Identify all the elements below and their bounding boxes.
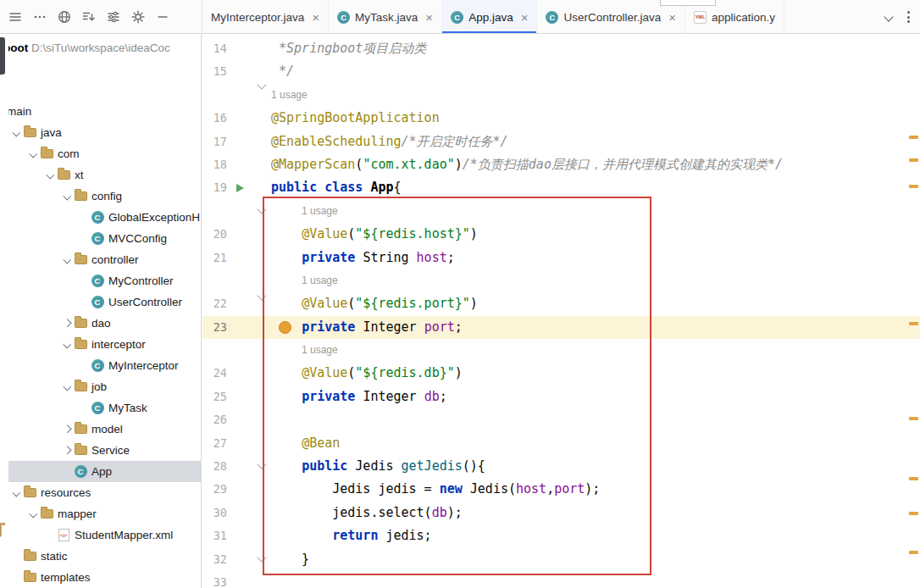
code-line-20[interactable]: 20 @Value("${redis.host}") bbox=[202, 223, 920, 246]
tab-myinterceptor-java[interactable]: MyInterceptor.java× bbox=[202, 0, 329, 33]
line-number[interactable]: 33 bbox=[213, 571, 227, 588]
code-line-17[interactable]: 17@EnableScheduling/*开启定时任务*/ bbox=[202, 130, 920, 153]
code-line-27[interactable]: 27 @Bean bbox=[202, 432, 920, 455]
line-number[interactable]: 17 bbox=[213, 130, 227, 153]
chevron-down-icon[interactable] bbox=[61, 257, 73, 263]
gutter[interactable] bbox=[202, 269, 271, 292]
chevron-right-icon[interactable] bbox=[61, 447, 73, 453]
gutter[interactable]: 27 bbox=[202, 432, 271, 455]
tree-item-java[interactable]: java bbox=[0, 122, 201, 143]
close-icon[interactable]: × bbox=[425, 11, 433, 24]
update-icon[interactable] bbox=[80, 8, 97, 25]
code-line-33[interactable]: 33 bbox=[202, 571, 920, 588]
tree-item-app[interactable]: CApp bbox=[0, 461, 201, 482]
tree-item-templates[interactable]: templates bbox=[0, 567, 201, 588]
gutter[interactable]: 24 bbox=[202, 362, 271, 385]
code-line-18[interactable]: 18@MapperScan("com.xt.dao")/*负责扫描dao层接口，… bbox=[202, 153, 920, 176]
code-line-14[interactable]: 14 *Springboot项目启动类 bbox=[202, 37, 920, 60]
breakpoint-icon[interactable] bbox=[279, 321, 291, 334]
tree-item-com[interactable]: com bbox=[0, 143, 201, 164]
line-number[interactable]: 26 bbox=[213, 408, 227, 431]
gutter[interactable]: 19 bbox=[202, 176, 271, 199]
tab-options-kebab-icon[interactable] bbox=[906, 9, 912, 25]
code-text[interactable]: public Jedis getJedis(){ bbox=[271, 455, 485, 478]
line-number[interactable]: 23 bbox=[213, 316, 227, 339]
code-text[interactable]: jedis.select(db); bbox=[271, 502, 463, 524]
usage-hint-row[interactable]: 1 usage bbox=[202, 84, 920, 107]
gutter[interactable]: 17 bbox=[202, 130, 271, 153]
code-text[interactable]: @Value("${redis.host}") bbox=[271, 223, 478, 246]
chevron-right-icon[interactable] bbox=[61, 426, 73, 432]
code-line-31[interactable]: 31 return jedis; bbox=[202, 524, 920, 547]
hamburger-menu-icon[interactable] bbox=[7, 8, 24, 25]
gutter[interactable]: 14 bbox=[202, 37, 271, 60]
gutter[interactable]: 23 bbox=[202, 316, 271, 339]
close-icon[interactable]: × bbox=[312, 11, 319, 24]
code-line-29[interactable]: 29 Jedis jedis = new Jedis(host,port); bbox=[202, 478, 920, 501]
line-number[interactable]: 32 bbox=[213, 548, 227, 571]
code-line-22[interactable]: 22 @Value("${redis.port}") bbox=[202, 292, 920, 315]
tree-item-resources[interactable]: resources bbox=[0, 482, 201, 503]
analysis-stripe-mark[interactable] bbox=[909, 322, 918, 325]
line-number[interactable]: 27 bbox=[213, 432, 227, 455]
close-icon[interactable]: × bbox=[521, 11, 529, 24]
code-text[interactable]: @Bean bbox=[271, 432, 340, 455]
usage-hint[interactable]: 1 usage bbox=[271, 84, 308, 107]
code-line-26[interactable]: 26 bbox=[202, 408, 920, 431]
gutter[interactable]: 18 bbox=[202, 153, 271, 176]
tree-item-usercontroller[interactable]: CUserController bbox=[0, 291, 201, 313]
line-number[interactable]: 29 bbox=[213, 478, 227, 501]
code-text[interactable]: private String host; bbox=[271, 247, 455, 269]
line-number[interactable]: 19 bbox=[213, 176, 227, 199]
code-line-25[interactable]: 25 private Integer db; bbox=[202, 386, 920, 408]
code-line-32[interactable]: 32 } bbox=[202, 548, 920, 571]
line-number[interactable]: 21 bbox=[213, 247, 227, 269]
code-line-19[interactable]: 19public class App{ bbox=[202, 176, 920, 199]
line-number[interactable]: 31 bbox=[213, 524, 227, 547]
chevron-right-icon[interactable] bbox=[61, 320, 73, 326]
tree-item-mycontroller[interactable]: CMyController bbox=[0, 270, 201, 291]
tree-item-controller[interactable]: controller bbox=[0, 249, 201, 270]
code-text[interactable]: public class App{ bbox=[271, 176, 402, 199]
code-text[interactable]: } bbox=[271, 548, 309, 571]
usage-hint[interactable]: 1 usage bbox=[271, 200, 338, 223]
line-number[interactable]: 15 bbox=[213, 60, 227, 83]
chevron-down-icon[interactable] bbox=[61, 384, 73, 390]
analysis-stripe-mark[interactable] bbox=[909, 185, 918, 188]
tree-item-mytask[interactable]: CMyTask bbox=[0, 397, 201, 419]
gutter[interactable] bbox=[202, 339, 271, 362]
code-text[interactable]: Jedis jedis = new Jedis(host,port); bbox=[271, 478, 600, 501]
tree-item-config[interactable]: config bbox=[0, 186, 201, 207]
code-text[interactable]: private Integer db; bbox=[271, 386, 447, 408]
usage-hint-row[interactable]: 1 usage bbox=[202, 200, 920, 223]
gutter[interactable]: 26 bbox=[202, 408, 271, 431]
code-text[interactable]: *Springboot项目启动类 bbox=[271, 37, 426, 60]
code-line-24[interactable]: 24 @Value("${redis.db}") bbox=[202, 362, 920, 385]
gutter[interactable]: 20 bbox=[202, 223, 271, 246]
code-line-16[interactable]: 16@SpringBootApplication bbox=[202, 107, 920, 130]
tree-item-main[interactable]: main bbox=[0, 101, 201, 122]
globe-icon[interactable] bbox=[56, 8, 73, 25]
line-number[interactable]: 20 bbox=[213, 223, 227, 246]
line-number[interactable]: 22 bbox=[213, 292, 227, 315]
code-editor[interactable]: 14 *Springboot项目启动类15 */1 usage16@Spring… bbox=[202, 34, 920, 588]
line-number[interactable]: 24 bbox=[213, 362, 227, 385]
close-icon[interactable]: × bbox=[668, 11, 676, 24]
chevron-down-icon[interactable] bbox=[10, 490, 22, 496]
more-icon[interactable] bbox=[31, 8, 48, 25]
tree-item-xt[interactable]: xt bbox=[0, 164, 201, 186]
usage-hint-row[interactable]: 1 usage bbox=[202, 269, 920, 292]
gutter[interactable]: 25 bbox=[202, 386, 271, 408]
analysis-stripe-mark[interactable] bbox=[909, 551, 918, 554]
chevron-down-icon[interactable] bbox=[27, 511, 39, 517]
tree-item-interceptor[interactable]: interceptor bbox=[0, 334, 201, 355]
filter-icon[interactable] bbox=[105, 8, 122, 25]
code-line-21[interactable]: 21 private String host; bbox=[202, 247, 920, 269]
chevron-down-icon[interactable] bbox=[61, 193, 73, 199]
tab-app-java[interactable]: CApp.java× bbox=[442, 0, 537, 33]
tree-item-static[interactable]: static bbox=[0, 546, 201, 567]
usage-hint-row[interactable]: 1 usage bbox=[202, 339, 920, 362]
settings-gear-icon[interactable] bbox=[130, 8, 147, 25]
code-text[interactable]: */ bbox=[271, 60, 294, 83]
code-line-30[interactable]: 30 jedis.select(db); bbox=[202, 502, 920, 524]
